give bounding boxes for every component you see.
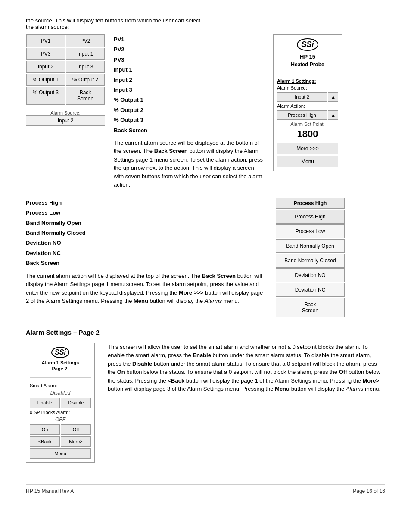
device-menu-button[interactable]: Menu (277, 156, 338, 167)
zero-sp-label: 0 SP Blocks Alarm: (30, 410, 91, 415)
middle-section: Process High Process Low Band Normally O… (26, 198, 385, 317)
device-alarm-source-arrow[interactable]: ▲ (328, 92, 338, 102)
grid-btn-input1[interactable]: Input 1 (66, 48, 105, 60)
alarm-source-value: Input 2 (26, 115, 105, 126)
action-list-text: Process High Process Low Band Normally O… (26, 198, 267, 305)
off-button[interactable]: Off (61, 424, 91, 435)
back-button[interactable]: <Back (30, 436, 60, 447)
on-off-row: On Off (30, 424, 91, 435)
list-item: Input 3 (114, 85, 265, 95)
page2-description: This screen will allow the user to set t… (108, 343, 385, 393)
grid-btn-pv2[interactable]: PV2 (66, 35, 105, 47)
page2-device-panel: SSi Alarm 1 SettingsPage 2: Smart Alarm:… (26, 343, 95, 463)
more-button[interactable]: More> (61, 436, 91, 447)
disable-button[interactable]: Disable (61, 398, 91, 408)
top-section: PV1 PV2 PV3 Input 1 Input 2 Input 3 % Ou… (26, 34, 385, 189)
smart-alarm-label: Smart Alarm: (30, 383, 91, 388)
device-setpoint-label: Alarm Set Point: (290, 121, 324, 127)
action-btn-deviation-no[interactable]: Deviation NO (276, 268, 345, 282)
list-item: Deviation NC (26, 248, 267, 258)
divider2 (30, 377, 91, 378)
list-item: Band Normally Open (26, 218, 267, 228)
device-alarm-action-value: Process High (277, 110, 327, 120)
alarm-page2-section: Alarm Settings – Page 2 SSi Alarm 1 Sett… (26, 329, 385, 463)
list-item: % Output 3 (114, 115, 265, 125)
zero-sp-value: OFF (55, 417, 65, 423)
menu-button[interactable]: Menu (30, 448, 91, 459)
grid-btn-output3[interactable]: % Output 3 (26, 87, 65, 105)
footer: HP 15 Manual Rev A Page 16 of 16 (26, 484, 385, 494)
alarm-source-grid: PV1 PV2 PV3 Input 1 Input 2 Input 3 % Ou… (26, 34, 105, 105)
grid-btn-pv1[interactable]: PV1 (26, 35, 65, 47)
divider (277, 73, 338, 73)
list-item: Band Normally Closed (26, 228, 267, 238)
alarm-page2-heading: Alarm Settings – Page 2 (26, 329, 385, 336)
intro-text: the source. This will display ten button… (26, 17, 385, 30)
list-item: Process High (26, 198, 267, 208)
device-section-label: Alarm 1 Settings: (277, 78, 338, 84)
list-item: PV3 (114, 55, 265, 65)
action-btn-process-high[interactable]: Process High (276, 210, 345, 224)
source-list-panel: PV1 PV2 PV3 Input 1 Input 2 Input 3 % Ou… (114, 34, 265, 189)
enable-disable-row: Enable Disable (30, 398, 91, 408)
device-alarm-source-row: Input 2 ▲ (277, 92, 338, 102)
device-alarm-action-label: Alarm Action: (277, 103, 338, 109)
list-item: % Output 1 (114, 95, 265, 105)
list-item: % Output 2 (114, 105, 265, 115)
list-item: PV1 (114, 34, 265, 44)
back-more-row: <Back More> (30, 436, 91, 447)
ssi-logo: SSi (297, 38, 318, 51)
grid-btn-output1[interactable]: % Output 1 (26, 74, 65, 86)
device1-panel: SSi HP 15 Heated Probe Alarm 1 Settings:… (273, 34, 342, 171)
list-item: Process Low (26, 208, 267, 218)
footer-page-number: Page 16 of 16 (353, 488, 385, 494)
action-btn-back-screen[interactable]: BackScreen (276, 298, 345, 317)
list-item: PV2 (114, 44, 265, 54)
action-bold-list: Process High Process Low Band Normally O… (26, 198, 267, 268)
action-panel: Process High Process High Process Low Ba… (276, 198, 345, 317)
list-item: Input 1 (114, 65, 265, 75)
middle-paragraph: The current alarm source will be display… (114, 139, 265, 189)
action-btn-deviation-nc[interactable]: Deviation NC (276, 283, 345, 297)
page-content: the source. This will display ten button… (26, 17, 385, 494)
action-btn-band-normally-closed[interactable]: Band Normally Closed (276, 254, 345, 268)
on-button[interactable]: On (30, 424, 60, 435)
action-btn-process-low[interactable]: Process Low (276, 224, 345, 238)
list-item: Deviation NO (26, 238, 267, 248)
enable-button[interactable]: Enable (30, 398, 60, 408)
action-panel-title: Process High (276, 198, 345, 209)
device-alarm-action-row: Process High ▲ (277, 110, 338, 120)
device-setpoint-value: 1800 (297, 128, 318, 140)
grid-btn-output2[interactable]: % Output 2 (66, 74, 105, 86)
device-name: Heated Probe (291, 62, 324, 68)
alarm-source-box: Alarm Source: Input 2 (26, 110, 105, 126)
smart-alarm-value: Disabled (50, 390, 71, 396)
page2-title: Alarm 1 SettingsPage 2: (42, 360, 79, 372)
page2-ssi-logo: SSi (51, 347, 69, 358)
grid-btn-input2[interactable]: Input 2 (26, 61, 65, 73)
bottom-section: SSi Alarm 1 SettingsPage 2: Smart Alarm:… (26, 343, 385, 463)
device-more-button[interactable]: More >>> (277, 143, 338, 154)
grid-btn-input3[interactable]: Input 3 (66, 61, 105, 73)
action-paragraph: The current alarm action will be display… (26, 272, 267, 305)
device-alarm-action-arrow[interactable]: ▲ (328, 110, 338, 120)
left-panel: PV1 PV2 PV3 Input 1 Input 2 Input 3 % Ou… (26, 34, 105, 126)
device-alarm-source-value: Input 2 (277, 92, 327, 102)
source-list: PV1 PV2 PV3 Input 1 Input 2 Input 3 % Ou… (114, 34, 265, 135)
grid-btn-back[interactable]: BackScreen (66, 87, 105, 105)
grid-btn-pv3[interactable]: PV3 (26, 48, 65, 60)
list-item: Back Screen (114, 125, 265, 135)
device-alarm-source-label: Alarm Source: (277, 85, 338, 90)
device-model: HP 15 (300, 53, 315, 60)
list-item: Back Screen (26, 258, 267, 268)
list-item: Input 2 (114, 75, 265, 85)
action-btn-band-normally-open[interactable]: Band Normally Open (276, 239, 345, 253)
alarm-source-label: Alarm Source: (26, 110, 105, 115)
footer-title: HP 15 Manual Rev A (26, 488, 74, 494)
